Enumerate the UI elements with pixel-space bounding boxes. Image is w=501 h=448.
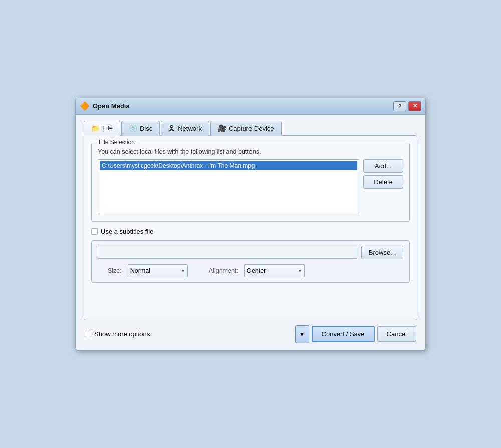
subtitle-checkbox[interactable]: [91, 228, 98, 235]
convert-dropdown-arrow[interactable]: ▼: [295, 325, 309, 343]
file-selection-desc: You can select local files with the foll…: [98, 148, 403, 155]
show-more-text: Show more options: [94, 330, 150, 338]
open-media-dialog: 🔶 Open Media ? ✕ 📁 File 💿 Disc 🖧 Network…: [75, 98, 426, 351]
capture-tab-icon: 🎥: [218, 124, 226, 132]
alignment-select-value: Center: [247, 267, 266, 274]
delete-button[interactable]: Delete: [363, 175, 403, 189]
close-button[interactable]: ✕: [408, 101, 421, 111]
file-selection-label: File Selection: [97, 139, 137, 146]
help-button[interactable]: ?: [393, 101, 406, 111]
subtitle-label-text: Use a subtitles file: [101, 228, 154, 235]
cancel-button[interactable]: Cancel: [377, 326, 416, 342]
tab-content: File Selection You can select local file…: [84, 135, 417, 320]
title-bar: 🔶 Open Media ? ✕: [76, 98, 425, 115]
tab-file-label: File: [102, 124, 113, 132]
footer-left: Show more options: [85, 330, 295, 338]
subtitle-file-row: Browse...: [98, 246, 403, 259]
window-title: Open Media: [93, 102, 393, 110]
subtitle-options-group: Browse... Size: Normal ▼ Alignment: Cent…: [91, 240, 410, 283]
tab-disc-label: Disc: [140, 125, 152, 132]
vlc-icon: 🔶: [80, 101, 90, 111]
window-body: 📁 File 💿 Disc 🖧 Network 🎥 Capture Device…: [76, 115, 425, 350]
file-selection-row: C:\Users\mysticgeek\Desktop\Anthrax - I'…: [98, 159, 403, 214]
subtitle-checkbox-row: Use a subtitles file: [91, 228, 410, 235]
size-select-arrow: ▼: [181, 268, 185, 273]
title-bar-buttons: ? ✕: [393, 101, 421, 111]
tab-capture[interactable]: 🎥 Capture Device: [210, 121, 282, 136]
file-buttons: Add... Delete: [363, 159, 403, 189]
convert-save-button[interactable]: Convert / Save: [312, 326, 375, 342]
tab-bar: 📁 File 💿 Disc 🖧 Network 🎥 Capture Device: [84, 121, 417, 136]
alignment-select-arrow: ▼: [298, 268, 302, 273]
file-list-item[interactable]: C:\Users\mysticgeek\Desktop\Anthrax - I'…: [100, 161, 357, 170]
subtitle-size-row: Size: Normal ▼ Alignment: Center ▼: [98, 264, 403, 277]
tab-disc[interactable]: 💿 Disc: [121, 121, 160, 136]
spacer: [91, 288, 410, 313]
tab-network-label: Network: [178, 125, 202, 132]
disc-tab-icon: 💿: [129, 124, 137, 132]
dropdown-arrow-icon: ▼: [299, 331, 305, 337]
show-more-label[interactable]: Show more options: [85, 330, 150, 338]
network-tab-icon: 🖧: [168, 124, 175, 132]
tab-capture-label: Capture Device: [229, 125, 274, 132]
footer-buttons: ▼ Convert / Save Cancel: [295, 325, 416, 343]
add-button[interactable]: Add...: [363, 159, 403, 173]
file-list[interactable]: C:\Users\mysticgeek\Desktop\Anthrax - I'…: [98, 159, 359, 214]
tab-file[interactable]: 📁 File: [84, 121, 120, 136]
size-select-value: Normal: [130, 267, 150, 274]
size-select[interactable]: Normal ▼: [128, 264, 188, 277]
subtitle-checkbox-label[interactable]: Use a subtitles file: [91, 228, 154, 235]
size-label: Size:: [108, 267, 122, 274]
tab-network[interactable]: 🖧 Network: [161, 121, 209, 136]
browse-button[interactable]: Browse...: [361, 246, 403, 259]
file-tab-icon: 📁: [91, 124, 100, 132]
subtitle-file-input[interactable]: [98, 246, 357, 259]
file-selection-group: File Selection You can select local file…: [91, 143, 410, 222]
alignment-label: Alignment:: [209, 267, 238, 274]
show-more-checkbox[interactable]: [85, 331, 91, 337]
alignment-select[interactable]: Center ▼: [244, 264, 305, 277]
